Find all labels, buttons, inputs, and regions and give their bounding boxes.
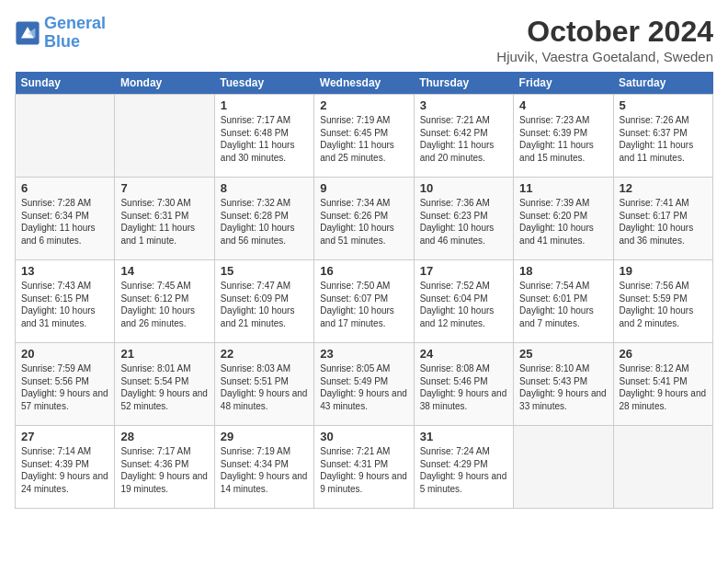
calendar-cell: 19Sunrise: 7:56 AM Sunset: 5:59 PM Dayli… xyxy=(613,260,712,343)
calendar-week-row: 6Sunrise: 7:28 AM Sunset: 6:34 PM Daylig… xyxy=(16,178,713,260)
day-number: 2 xyxy=(320,98,407,112)
calendar-cell: 14Sunrise: 7:45 AM Sunset: 6:12 PM Dayli… xyxy=(115,260,214,343)
day-info: Sunrise: 7:19 AM Sunset: 4:34 PM Dayligh… xyxy=(221,445,308,495)
day-info: Sunrise: 8:01 AM Sunset: 5:54 PM Dayligh… xyxy=(120,362,208,412)
calendar-cell xyxy=(16,95,115,178)
day-info: Sunrise: 7:32 AM Sunset: 6:28 PM Dayligh… xyxy=(221,197,308,247)
calendar-cell: 11Sunrise: 7:39 AM Sunset: 6:20 PM Dayli… xyxy=(514,178,613,260)
calendar-cell: 26Sunrise: 8:12 AM Sunset: 5:41 PM Dayli… xyxy=(613,343,712,426)
day-number: 21 xyxy=(120,347,208,361)
calendar-cell: 28Sunrise: 7:17 AM Sunset: 4:36 PM Dayli… xyxy=(115,426,214,509)
day-info: Sunrise: 7:50 AM Sunset: 6:07 PM Dayligh… xyxy=(320,280,407,329)
day-info: Sunrise: 7:23 AM Sunset: 6:39 PM Dayligh… xyxy=(519,114,607,164)
weekday-header-tuesday: Tuesday xyxy=(214,72,313,95)
day-info: Sunrise: 7:54 AM Sunset: 6:01 PM Dayligh… xyxy=(519,280,607,329)
day-number: 26 xyxy=(620,347,707,361)
day-number: 4 xyxy=(519,98,607,112)
calendar-cell: 17Sunrise: 7:52 AM Sunset: 6:04 PM Dayli… xyxy=(414,260,513,343)
day-info: Sunrise: 7:52 AM Sunset: 6:04 PM Dayligh… xyxy=(420,280,507,329)
day-number: 5 xyxy=(620,98,707,112)
day-info: Sunrise: 8:08 AM Sunset: 5:46 PM Dayligh… xyxy=(420,362,507,412)
calendar-cell: 16Sunrise: 7:50 AM Sunset: 6:07 PM Dayli… xyxy=(314,260,414,343)
day-info: Sunrise: 7:59 AM Sunset: 5:56 PM Dayligh… xyxy=(21,362,108,412)
calendar-week-row: 20Sunrise: 7:59 AM Sunset: 5:56 PM Dayli… xyxy=(16,343,713,426)
calendar-cell: 31Sunrise: 7:24 AM Sunset: 4:29 PM Dayli… xyxy=(414,426,513,509)
calendar-cell: 21Sunrise: 8:01 AM Sunset: 5:54 PM Dayli… xyxy=(115,343,214,426)
day-number: 22 xyxy=(221,347,308,361)
day-info: Sunrise: 8:05 AM Sunset: 5:49 PM Dayligh… xyxy=(320,362,407,412)
calendar-cell: 29Sunrise: 7:19 AM Sunset: 4:34 PM Dayli… xyxy=(214,426,313,509)
calendar-cell: 5Sunrise: 7:26 AM Sunset: 6:37 PM Daylig… xyxy=(613,95,712,178)
day-number: 24 xyxy=(420,347,507,361)
calendar-cell xyxy=(514,426,613,509)
calendar-cell: 9Sunrise: 7:34 AM Sunset: 6:26 PM Daylig… xyxy=(314,178,414,260)
day-info: Sunrise: 7:26 AM Sunset: 6:37 PM Dayligh… xyxy=(620,114,707,164)
day-info: Sunrise: 8:03 AM Sunset: 5:51 PM Dayligh… xyxy=(221,362,308,412)
page-header: General Blue October 2024 Hjuvik, Vaestr… xyxy=(15,15,713,64)
weekday-header-monday: Monday xyxy=(115,72,214,95)
day-number: 8 xyxy=(221,181,308,195)
calendar-cell xyxy=(115,95,214,178)
day-info: Sunrise: 7:56 AM Sunset: 5:59 PM Dayligh… xyxy=(620,280,707,329)
day-info: Sunrise: 7:30 AM Sunset: 6:31 PM Dayligh… xyxy=(120,197,208,247)
day-info: Sunrise: 7:19 AM Sunset: 6:45 PM Dayligh… xyxy=(320,114,407,164)
calendar-cell: 2Sunrise: 7:19 AM Sunset: 6:45 PM Daylig… xyxy=(314,95,414,178)
day-number: 18 xyxy=(519,264,607,278)
day-number: 19 xyxy=(620,264,707,278)
calendar-cell: 6Sunrise: 7:28 AM Sunset: 6:34 PM Daylig… xyxy=(16,178,115,260)
day-info: Sunrise: 7:21 AM Sunset: 6:42 PM Dayligh… xyxy=(420,114,507,164)
day-number: 23 xyxy=(320,347,407,361)
weekday-header-saturday: Saturday xyxy=(613,72,712,95)
calendar-cell: 18Sunrise: 7:54 AM Sunset: 6:01 PM Dayli… xyxy=(514,260,613,343)
day-info: Sunrise: 7:43 AM Sunset: 6:15 PM Dayligh… xyxy=(21,280,108,329)
day-number: 16 xyxy=(320,264,407,278)
calendar-cell: 25Sunrise: 8:10 AM Sunset: 5:43 PM Dayli… xyxy=(514,343,613,426)
calendar-cell: 24Sunrise: 8:08 AM Sunset: 5:46 PM Dayli… xyxy=(414,343,513,426)
calendar-week-row: 1Sunrise: 7:17 AM Sunset: 6:48 PM Daylig… xyxy=(16,95,713,178)
day-info: Sunrise: 7:17 AM Sunset: 4:36 PM Dayligh… xyxy=(120,445,208,495)
day-number: 30 xyxy=(320,430,407,443)
day-info: Sunrise: 7:47 AM Sunset: 6:09 PM Dayligh… xyxy=(221,280,308,329)
logo-line1: General xyxy=(44,14,106,32)
logo-text: General Blue xyxy=(44,15,106,52)
logo-line2: Blue xyxy=(44,32,80,51)
calendar-cell: 23Sunrise: 8:05 AM Sunset: 5:49 PM Dayli… xyxy=(314,343,414,426)
day-info: Sunrise: 7:14 AM Sunset: 4:39 PM Dayligh… xyxy=(21,445,108,495)
day-number: 9 xyxy=(320,181,407,195)
day-info: Sunrise: 7:34 AM Sunset: 6:26 PM Dayligh… xyxy=(320,197,407,247)
day-info: Sunrise: 8:12 AM Sunset: 5:41 PM Dayligh… xyxy=(620,362,707,412)
day-info: Sunrise: 7:21 AM Sunset: 4:31 PM Dayligh… xyxy=(320,445,407,495)
day-number: 20 xyxy=(21,347,108,361)
day-number: 14 xyxy=(120,264,208,278)
day-number: 12 xyxy=(620,181,707,195)
day-number: 1 xyxy=(221,98,308,112)
calendar-cell: 8Sunrise: 7:32 AM Sunset: 6:28 PM Daylig… xyxy=(214,178,313,260)
day-info: Sunrise: 8:10 AM Sunset: 5:43 PM Dayligh… xyxy=(519,362,607,412)
day-number: 28 xyxy=(120,430,208,443)
calendar-table: SundayMondayTuesdayWednesdayThursdayFrid… xyxy=(15,72,713,509)
calendar-cell: 4Sunrise: 7:23 AM Sunset: 6:39 PM Daylig… xyxy=(514,95,613,178)
calendar-cell xyxy=(613,426,712,509)
calendar-cell: 22Sunrise: 8:03 AM Sunset: 5:51 PM Dayli… xyxy=(214,343,313,426)
day-number: 13 xyxy=(21,264,108,278)
weekday-header-row: SundayMondayTuesdayWednesdayThursdayFrid… xyxy=(16,72,713,95)
day-number: 17 xyxy=(420,264,507,278)
calendar-cell: 3Sunrise: 7:21 AM Sunset: 6:42 PM Daylig… xyxy=(414,95,513,178)
day-info: Sunrise: 7:41 AM Sunset: 6:17 PM Dayligh… xyxy=(620,197,707,247)
day-number: 31 xyxy=(420,430,507,443)
day-info: Sunrise: 7:45 AM Sunset: 6:12 PM Dayligh… xyxy=(120,280,208,329)
calendar-cell: 20Sunrise: 7:59 AM Sunset: 5:56 PM Dayli… xyxy=(16,343,115,426)
calendar-cell: 30Sunrise: 7:21 AM Sunset: 4:31 PM Dayli… xyxy=(314,426,414,509)
day-number: 3 xyxy=(420,98,507,112)
day-number: 10 xyxy=(420,181,507,195)
day-number: 25 xyxy=(519,347,607,361)
calendar-cell: 1Sunrise: 7:17 AM Sunset: 6:48 PM Daylig… xyxy=(214,95,313,178)
day-number: 7 xyxy=(120,181,208,195)
calendar-cell: 10Sunrise: 7:36 AM Sunset: 6:23 PM Dayli… xyxy=(414,178,513,260)
month-title: October 2024 xyxy=(496,15,713,49)
day-info: Sunrise: 7:24 AM Sunset: 4:29 PM Dayligh… xyxy=(420,445,507,495)
calendar-week-row: 13Sunrise: 7:43 AM Sunset: 6:15 PM Dayli… xyxy=(16,260,713,343)
weekday-header-friday: Friday xyxy=(514,72,613,95)
day-info: Sunrise: 7:36 AM Sunset: 6:23 PM Dayligh… xyxy=(420,197,507,247)
day-info: Sunrise: 7:28 AM Sunset: 6:34 PM Dayligh… xyxy=(21,197,108,247)
